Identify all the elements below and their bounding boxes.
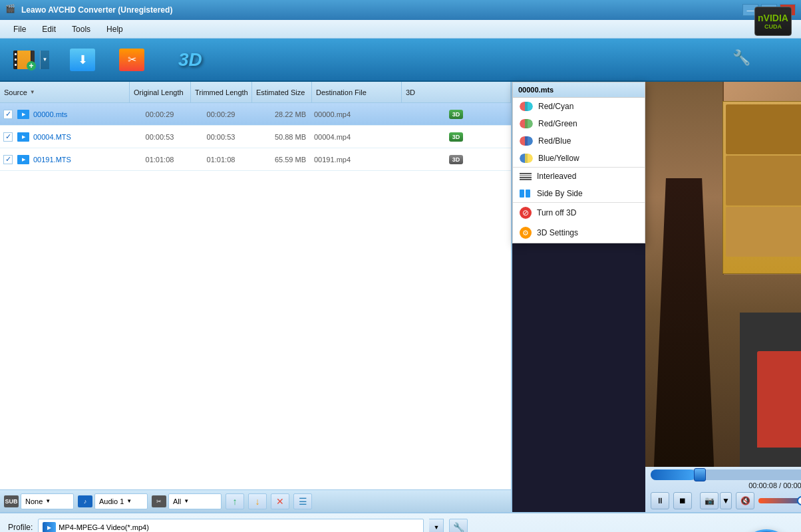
- move-down-button[interactable]: ↓: [248, 493, 267, 509]
- pause-button[interactable]: ⏸: [651, 492, 669, 509]
- video-file-icon: [17, 155, 29, 164]
- convert-button[interactable]: ⬇: [67, 45, 98, 74]
- 3d-menu-header: 00000.mts: [513, 82, 645, 98]
- 3d-option-red-blue[interactable]: Red/Blue: [513, 132, 645, 150]
- row-checkbox-2[interactable]: [0, 155, 16, 164]
- row-checkbox-1[interactable]: [0, 132, 16, 142]
- profile-row: Profile: MP4-MPEG-4 Video(*.mp4) ▼ 🔧: [8, 519, 793, 532]
- blue-yellow-icon: [520, 154, 533, 163]
- edit-icon-inner: ✂: [119, 49, 144, 71]
- video-menu-boards: [722, 101, 801, 275]
- convert-circle-icon: ↺: [740, 529, 793, 532]
- row-est-1: 50.88 MB: [251, 133, 311, 141]
- audio-select[interactable]: Audio 1 ▼: [94, 493, 148, 509]
- settings-wrench-icon[interactable]: 🔧: [732, 49, 750, 66]
- menu-tools[interactable]: Tools: [64, 22, 98, 37]
- row-3d-2[interactable]: 3D: [401, 155, 511, 164]
- table-row[interactable]: 00000.mts 00:00:29 00:00:29 28.22 MB 000…: [0, 103, 511, 126]
- audio-group: ♪ Audio 1 ▼: [78, 493, 148, 509]
- screenshot-dropdown[interactable]: ▼: [720, 492, 732, 509]
- 3d-settings-option[interactable]: ⚙ 3D Settings: [513, 223, 645, 243]
- table-row[interactable]: 00004.MTS 00:00:53 00:00:53 50.88 MB 000…: [0, 126, 511, 148]
- row-est-2: 65.59 MB: [251, 156, 311, 164]
- add-dropdown-arrow[interactable]: ▼: [40, 51, 49, 69]
- clip-icon: ✂: [152, 495, 166, 507]
- row-dest-2: 00191.mp4: [311, 156, 401, 164]
- 3d-dropdown-menu: 00000.mts Red/Cyan Red/Green Red/Blue: [512, 82, 645, 243]
- convert-start-button[interactable]: ↺: [740, 529, 793, 532]
- 3d-option-blue-yellow[interactable]: Blue/Yellow: [513, 150, 645, 167]
- row-3d-1[interactable]: 3D: [401, 132, 511, 142]
- source-dropdown-icon: ▼: [30, 89, 35, 95]
- checkbox-icon: [3, 132, 13, 142]
- menu-edit[interactable]: Edit: [34, 22, 64, 37]
- progress-thumb[interactable]: [694, 468, 706, 481]
- edit-button[interactable]: ✂: [116, 45, 148, 74]
- 3d-icon: 3D: [178, 49, 202, 70]
- red-blue-icon: [520, 136, 533, 146]
- add-video-button[interactable]: + ▼: [8, 45, 49, 74]
- clip-select[interactable]: All ▼: [168, 493, 222, 509]
- turn-off-3d-icon: ⊘: [520, 207, 532, 219]
- 3d-option-red-green[interactable]: Red/Green: [513, 115, 645, 132]
- subtitle-group: SUB None ▼: [4, 493, 74, 509]
- source-dropdown[interactable]: Source ▼: [4, 88, 35, 96]
- profile-dropdown-btn[interactable]: ▼: [429, 519, 444, 532]
- move-up-button[interactable]: ↑: [226, 493, 244, 509]
- col-3d: 3D: [402, 82, 511, 102]
- list-button[interactable]: ☰: [293, 493, 312, 509]
- menu-file[interactable]: File: [5, 22, 34, 37]
- delete-button[interactable]: ✕: [271, 493, 289, 509]
- menu-help[interactable]: Help: [98, 22, 131, 37]
- progress-fill: [651, 469, 696, 480]
- col-source: Source ▼: [0, 82, 130, 102]
- video-red-chairs: [757, 351, 801, 448]
- profile-select[interactable]: MP4-MPEG-4 Video(*.mp4): [38, 519, 424, 532]
- row-video-icon-1: [16, 132, 31, 142]
- volume-thumb: [797, 496, 801, 505]
- subtitle-select[interactable]: None ▼: [21, 493, 74, 509]
- profile-icon: [43, 522, 56, 532]
- row-est-0: 28.22 MB: [251, 110, 311, 118]
- 3d-option-side-by-side[interactable]: Side By Side: [513, 185, 645, 202]
- table-header: Source ▼ Original Length Trimmed Length …: [0, 82, 511, 103]
- settings-area: Profile: MP4-MPEG-4 Video(*.mp4) ▼ 🔧 Vid…: [0, 512, 801, 532]
- volume-slider[interactable]: [758, 498, 801, 503]
- screenshot-button[interactable]: 📷: [700, 492, 719, 509]
- row-filename-1: 00004.MTS: [31, 133, 129, 141]
- row-dest-0: 00000.mp4: [311, 110, 401, 118]
- 3d-button[interactable]: 3D: [178, 49, 202, 70]
- app-icon: 🎬: [5, 4, 17, 16]
- 3d-option-red-cyan[interactable]: Red/Cyan: [513, 98, 645, 115]
- file-list-empty-area: [0, 171, 511, 489]
- table-row[interactable]: 00191.MTS 01:01:08 01:01:08 65.59 MB 001…: [0, 148, 511, 171]
- col-trim-len: Trimmed Length: [191, 82, 252, 102]
- video-file-icon: [17, 110, 29, 119]
- row-3d-0[interactable]: 3D: [401, 110, 511, 119]
- 3d-badge: 3D: [449, 132, 464, 142]
- file-list-toolbar: SUB None ▼ ♪ Audio 1 ▼ ✂: [0, 489, 511, 512]
- screenshot-group: 📷 ▼: [700, 492, 732, 509]
- subtitle-dropdown-arrow: ▼: [45, 498, 51, 504]
- 3d-option-interleaved[interactable]: Interleaved: [513, 167, 645, 185]
- row-trim-0: 00:00:29: [190, 110, 251, 118]
- progress-bar[interactable]: [651, 469, 801, 480]
- row-checkbox-0[interactable]: [0, 110, 16, 119]
- profile-settings-btn[interactable]: 🔧: [449, 519, 468, 532]
- titlebar-left: 🎬 Leawo AVCHD Converter (Unregistered): [5, 4, 172, 16]
- file-list-area: Source ▼ Original Length Trimmed Length …: [0, 82, 512, 512]
- profile-label: Profile:: [8, 523, 33, 532]
- subtitle-icon: SUB: [4, 495, 19, 507]
- red-green-icon: [520, 119, 533, 128]
- playback-controls: ⏸ ⏹ 📷 ▼ 🔇: [651, 492, 801, 509]
- mute-button[interactable]: 🔇: [736, 492, 754, 509]
- stop-button[interactable]: ⏹: [673, 492, 692, 509]
- right-panel: 00000.mts Red/Cyan Red/Green Red/Blue: [512, 82, 801, 512]
- add-plus-icon: +: [27, 61, 36, 70]
- row-video-icon-2: [16, 155, 31, 164]
- audio-icon: ♪: [78, 495, 92, 507]
- 3d-option-turn-off[interactable]: ⊘ Turn off 3D: [513, 202, 645, 223]
- convert-icon: ⬇: [67, 45, 98, 74]
- row-filename-2: 00191.MTS: [31, 156, 129, 164]
- row-trim-2: 01:01:08: [190, 156, 251, 164]
